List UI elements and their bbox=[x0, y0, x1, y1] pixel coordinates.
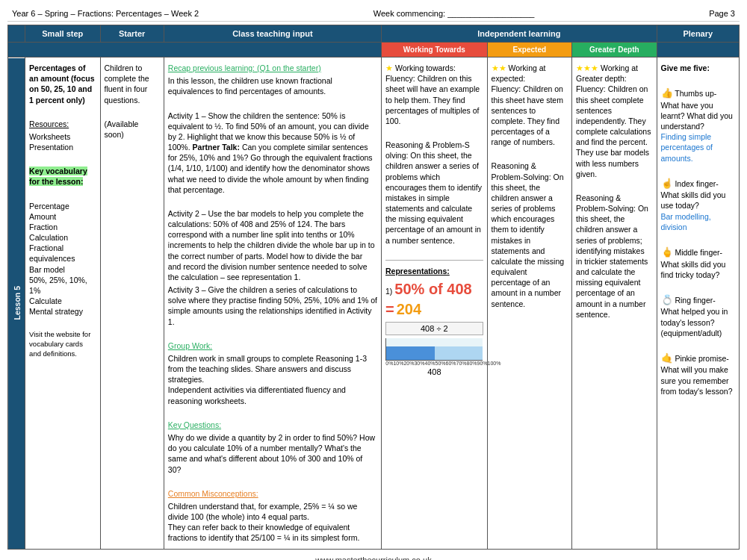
rep-label: Representations: bbox=[385, 266, 483, 276]
header-row: Small step Starter Class teaching input … bbox=[8, 25, 740, 43]
plenary-intro: Give me five: bbox=[661, 63, 735, 73]
misconceptions-text: Children understand that, for example, 2… bbox=[168, 501, 377, 544]
recap-label: Recap previous learning: (Q1 on the star… bbox=[168, 63, 377, 73]
visit-text: Visit the website for vocabulary cards a… bbox=[29, 330, 96, 358]
footer: www.masterthecurriculum.co.uk bbox=[7, 551, 740, 560]
subh-working: Working Towards bbox=[382, 43, 488, 57]
division-box: 408 ÷ 2 bbox=[385, 322, 483, 335]
small-step-cell: Percentages of an amount (focus on 50, 2… bbox=[25, 57, 100, 550]
plenary-pinkie: 🤙 Pinkie promise- What will you make sur… bbox=[661, 352, 735, 396]
top-header: Year 6 – Spring – Fractions: Percentages… bbox=[7, 6, 740, 22]
exp-fluency: ★★ Working at expected: Fluency: Childre… bbox=[492, 63, 568, 147]
rep-item1: 1) 50% of 408 = 204 bbox=[385, 279, 483, 320]
expected-cell: ★★ Working at expected: Fluency: Childre… bbox=[487, 57, 571, 550]
gd-reasoning: Reasoning & Problem-S​olving: On this sh… bbox=[576, 193, 652, 320]
footer-url: www.masterthecurriculum.co.uk bbox=[315, 556, 431, 560]
plenary-ring: 💍 Ring finger- What helped you in today'… bbox=[661, 293, 735, 338]
lesson-row: Lesson 5 Percentages of an amount (focus… bbox=[8, 57, 740, 550]
activity2: Activity 2 – Use the bar models to help … bbox=[168, 208, 377, 282]
wt-reasoning: Reasoning & Problem-S​olving: On this sh… bbox=[385, 140, 483, 246]
plenary-middle: 🖕 Middle finger- What skills did you fin… bbox=[661, 246, 735, 280]
activity1: Activity 1 – Show the children the sente… bbox=[168, 111, 377, 195]
vocab-label: Key vocabulary for the lesson: bbox=[29, 166, 96, 187]
key-q-label: Key Questions: bbox=[168, 420, 377, 430]
col-header-starter: Starter bbox=[100, 25, 164, 43]
plenary-cell: Give me five: 👍 Thumbs up- What have you… bbox=[657, 57, 739, 550]
group-work-label: Group Work: bbox=[168, 340, 377, 351]
subheader-row: Working Towards Expected Greater Depth bbox=[8, 43, 740, 57]
page-number: Page 3 bbox=[709, 9, 735, 18]
bar-filled bbox=[386, 346, 435, 360]
key-q-text: Why do we divide a quantity by 2 in orde… bbox=[168, 432, 377, 475]
gd-fluency: ★★★ Working at Greater depth: Fluency: C… bbox=[576, 63, 652, 179]
plenary-thumb: 👍 Thumbs up- What have you learnt? What … bbox=[661, 87, 735, 164]
misconceptions-label: Common Misconceptions: bbox=[168, 488, 377, 499]
resources-label: Resources: bbox=[29, 119, 96, 129]
teaching-cell: Recap previous learning: (Q1 on the star… bbox=[164, 57, 381, 550]
total-label: 408 bbox=[385, 367, 483, 376]
teaching-intro: In this lesson, the children use known f… bbox=[168, 75, 377, 96]
group-work-text: Children work in small groups to complet… bbox=[168, 353, 377, 406]
subh-expected: Expected bbox=[487, 43, 571, 57]
bar-empty bbox=[435, 346, 483, 360]
col-header-smallstep: Small step bbox=[25, 25, 100, 43]
starter-text: Children to complete the fluent in four … bbox=[105, 63, 160, 105]
page-title: Year 6 – Spring – Fractions: Percentages… bbox=[12, 9, 199, 18]
subh-greater: Greater Depth bbox=[572, 43, 657, 57]
plenary-index-link: Bar modelling, division bbox=[661, 212, 711, 231]
plenary-thumb-link: Finding simple percentages of amounts. bbox=[661, 132, 713, 162]
plenary-index: ☝️ Index finger- What skills did you use… bbox=[661, 177, 735, 232]
activity3: Activity 3 – Give the children a series … bbox=[168, 284, 377, 327]
resources-text: WorksheetsPresentation bbox=[29, 131, 96, 152]
page-wrapper: Year 6 – Spring – Fractions: Percentages… bbox=[0, 0, 747, 560]
wt-fluency: ★ Working towards: Fluency: Children on … bbox=[385, 63, 483, 126]
starter-available: (Available soon) bbox=[105, 119, 160, 140]
col-header-indep: Independent learning bbox=[382, 25, 657, 43]
greater-depth-cell: ★★★ Working at Greater depth: Fluency: C… bbox=[572, 57, 657, 550]
main-table: Small step Starter Class teaching input … bbox=[7, 25, 740, 550]
representations-section: Representations: 1) 50% of 408 = 204 408… bbox=[385, 260, 483, 376]
week-commencing: Week commencing: ___________________ bbox=[199, 9, 709, 18]
col-header-plenary: Plenary bbox=[657, 25, 739, 43]
starter-cell: Children to complete the fluent in four … bbox=[100, 57, 164, 550]
exp-reasoning: Reasoning & Problem-S​olving: On this sh… bbox=[492, 161, 568, 308]
working-towards-cell: ★ Working towards: Fluency: Children on … bbox=[382, 57, 488, 550]
bar-chart: 0% 10% 20% 30% 40% 50% 60% 70% 80% 90% 1 bbox=[385, 338, 483, 366]
lesson-number: Lesson 5 bbox=[8, 57, 25, 550]
small-step-title: Percentages of an amount (focus on 50, 2… bbox=[29, 63, 96, 105]
col-header-teaching: Class teaching input bbox=[164, 25, 381, 43]
bar-labels: 0% 10% 20% 30% 40% 50% 60% 70% 80% 90% 1 bbox=[385, 361, 483, 366]
bar-container bbox=[385, 338, 483, 361]
vocab-list: PercentageAmountFractionCalculationFract… bbox=[29, 201, 96, 317]
